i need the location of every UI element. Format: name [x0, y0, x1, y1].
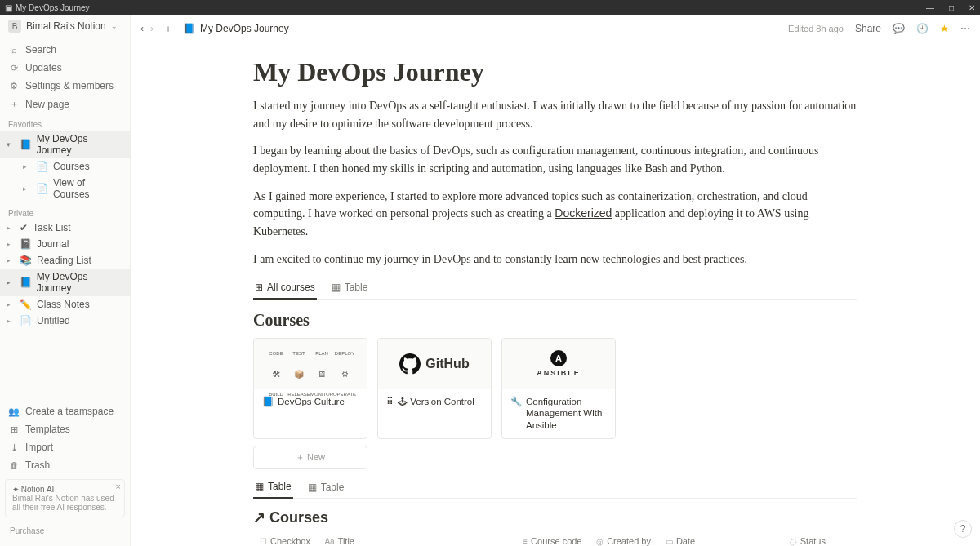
- tab-table-1[interactable]: ▦Table: [253, 477, 293, 499]
- checkbox-icon: ☐: [260, 537, 267, 546]
- sidebar-page-journal[interactable]: ▸📓Journal: [0, 236, 130, 252]
- sidebar-search[interactable]: ⌕Search: [0, 41, 130, 59]
- nav-back-icon[interactable]: ‹: [140, 23, 144, 34]
- courses-heading[interactable]: Courses: [253, 311, 858, 330]
- window-minimize-icon[interactable]: —: [926, 3, 934, 12]
- sidebar-newpage[interactable]: ＋New page: [0, 95, 130, 113]
- card-title: Configuration Management With Ansible: [526, 396, 607, 433]
- sidebar-import[interactable]: ⤓Import: [0, 438, 130, 456]
- col-course-code[interactable]: ≡Course code: [516, 531, 590, 546]
- tab-table[interactable]: ▦Table: [330, 278, 370, 299]
- paragraph[interactable]: I started my journey into DevOps as a se…: [253, 97, 858, 132]
- gallery-new-button[interactable]: ＋ New: [253, 446, 368, 469]
- paragraph[interactable]: I am excited to continue my journey in D…: [253, 251, 858, 269]
- sidebar-trash[interactable]: 🗑Trash: [0, 456, 130, 474]
- chevron-right-icon[interactable]: ▸: [7, 224, 15, 232]
- main-area: ‹ › ＋ 📘 My DevOps Journey Edited 8h ago …: [131, 15, 980, 546]
- tab-label: All courses: [267, 282, 315, 293]
- page-label: Untitled: [37, 315, 70, 326]
- sidebar-page-untitled[interactable]: ▸📄Untitled: [0, 313, 130, 329]
- paragraph[interactable]: As I gained more experience, I started t…: [253, 188, 858, 241]
- github-icon: [399, 353, 421, 375]
- updates-icon: ⟳: [8, 63, 20, 73]
- card-devops-culture[interactable]: </>🤝📋🚀 CODETESTPLANDEPLOY 🛠📦🖥⚙ BUILDRELE…: [253, 338, 368, 440]
- table-icon: ▦: [332, 282, 341, 293]
- more-icon[interactable]: ⋯: [960, 23, 970, 34]
- link-dockerized[interactable]: Dockerized: [555, 206, 612, 220]
- close-icon[interactable]: ×: [116, 482, 121, 491]
- nav-forward-icon[interactable]: ›: [150, 23, 154, 34]
- sidebar-page-courses[interactable]: ▸📄Courses: [16, 158, 130, 175]
- ai-banner-title: ✦ Notion AI: [12, 485, 118, 494]
- chevron-right-icon[interactable]: ▸: [7, 278, 15, 286]
- ansible-icon: A: [550, 350, 567, 366]
- tab-label: Table: [268, 481, 292, 492]
- tab-all-courses[interactable]: ⊞All courses: [253, 278, 317, 300]
- search-icon: ⌕: [8, 45, 20, 55]
- share-button[interactable]: Share: [855, 23, 881, 34]
- col-title[interactable]: AaTitle: [318, 531, 516, 546]
- sidebar-page-view-of-courses[interactable]: ▸📄View of Courses: [16, 175, 130, 202]
- col-status[interactable]: ◌Status: [783, 531, 858, 546]
- card-version-control[interactable]: GitHub ⠿🕹 Version Control: [377, 338, 492, 440]
- star-icon[interactable]: ★: [940, 23, 949, 34]
- workspace-switcher[interactable]: B Bimal Rai's Notion ⌄: [0, 15, 130, 38]
- window-maximize-icon[interactable]: □: [949, 3, 954, 12]
- text-icon: ≡: [523, 537, 528, 546]
- topbar: ‹ › ＋ 📘 My DevOps Journey Edited 8h ago …: [131, 15, 980, 42]
- ansible-text: ANSIBLE: [537, 369, 581, 377]
- page-icon: ✔︎: [20, 222, 28, 233]
- card-icon: ⠿: [386, 396, 394, 408]
- gear-icon: ⚙: [8, 81, 20, 91]
- chevron-right-icon[interactable]: ▸: [23, 184, 31, 193]
- new-tab-icon[interactable]: ＋: [163, 22, 173, 36]
- sidebar-settings[interactable]: ⚙Settings & members: [0, 77, 130, 95]
- sidebar-page-reading-list[interactable]: ▸📚Reading List: [0, 252, 130, 269]
- sidebar-templates[interactable]: ⊞Templates: [0, 420, 130, 438]
- chevron-right-icon[interactable]: ▸: [7, 240, 15, 248]
- breadcrumb[interactable]: 📘 My DevOps Journey: [183, 23, 289, 34]
- window-close-icon[interactable]: ✕: [969, 3, 975, 12]
- breadcrumb-icon: 📘: [183, 23, 195, 34]
- tab-table-2[interactable]: ▦Table: [306, 477, 346, 498]
- chevron-right-icon[interactable]: ▸: [7, 300, 15, 309]
- page-icon: 📄: [20, 315, 32, 326]
- sidebar-page-devops-journey-fav[interactable]: ▾ 📘 My DevOps Journey: [0, 131, 130, 158]
- col-created-by[interactable]: ◎Created by: [590, 531, 659, 546]
- sidebar-create-teamspace[interactable]: 👥Create a teamspace: [0, 402, 130, 420]
- sidebar-page-task-list[interactable]: ▸✔︎Task List: [0, 220, 130, 236]
- sidebar: B Bimal Rai's Notion ⌄ ⌕Search ⟳Updates …: [0, 15, 131, 546]
- chevron-down-icon[interactable]: ▾: [7, 140, 15, 149]
- table-icon: ▦: [255, 481, 264, 492]
- gallery-tabs: ⊞All courses ▦Table: [253, 278, 858, 300]
- chevron-right-icon[interactable]: ▸: [7, 256, 15, 264]
- card-cover: GitHub: [378, 339, 491, 389]
- page-icon: 📚: [20, 255, 32, 266]
- col-date[interactable]: ▭Date: [659, 531, 783, 546]
- help-button[interactable]: ?: [954, 520, 972, 538]
- paragraph[interactable]: I began by learning about the basics of …: [253, 142, 858, 177]
- page-icon: 📄: [36, 183, 48, 194]
- col-checkbox[interactable]: ☐Checkbox: [253, 531, 318, 546]
- linked-db-title[interactable]: ↗ Courses: [253, 508, 858, 526]
- sidebar-page-class-notes[interactable]: ▸✏️Class Notes: [0, 296, 130, 313]
- clock-icon[interactable]: 🕘: [916, 23, 929, 34]
- sidebar-page-devops-journey[interactable]: ▸📘My DevOps Journey: [0, 269, 130, 296]
- chevron-right-icon[interactable]: ▸: [7, 317, 15, 325]
- text-icon: Aa: [324, 537, 334, 546]
- chevron-down-icon: ⌄: [111, 22, 118, 30]
- window-title: My DevOps Journey: [16, 3, 90, 12]
- page-label: Journal: [37, 238, 69, 250]
- card-cover: </>🤝📋🚀 CODETESTPLANDEPLOY 🛠📦🖥⚙ BUILDRELE…: [254, 339, 367, 389]
- tab-label: Table: [345, 282, 368, 293]
- sidebar-item-label: Updates: [25, 62, 62, 73]
- comments-icon[interactable]: 💬: [893, 23, 905, 34]
- tab-label: Table: [321, 482, 345, 493]
- purchase-link[interactable]: Purchase: [0, 522, 130, 539]
- chevron-right-icon[interactable]: ▸: [23, 162, 31, 171]
- page-label: My DevOps Journey: [37, 271, 123, 294]
- sidebar-item-label: Templates: [25, 424, 70, 435]
- page-title[interactable]: My DevOps Journey: [253, 57, 858, 87]
- card-ansible[interactable]: A ANSIBLE 🔧Configuration Management With…: [501, 338, 616, 440]
- sidebar-updates[interactable]: ⟳Updates: [0, 59, 130, 77]
